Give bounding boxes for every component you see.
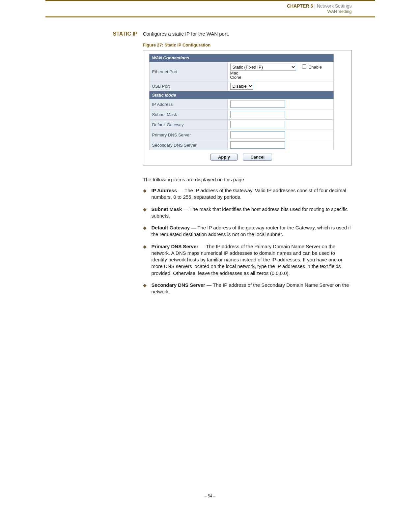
- row-label-dns2: Secondary DNS Server: [149, 140, 227, 150]
- secondary-dns-input[interactable]: [230, 141, 285, 149]
- row-label-gateway: Default Gateway: [149, 120, 227, 130]
- chapter-label: CHAPTER 6: [287, 3, 313, 9]
- panel-section-static: Static Mode: [149, 91, 333, 99]
- items-list: IP Address — The IP address of the Gatew…: [143, 187, 352, 300]
- section-heading-static-ip: STATIC IP: [45, 31, 138, 37]
- item-primary-dns: Primary DNS Server — The IP address of t…: [143, 243, 352, 282]
- default-gateway-input[interactable]: [230, 121, 285, 128]
- page-header: CHAPTER 6 | Network Settings WAN Setting: [45, 0, 375, 18]
- row-label-mask: Subnet Mask: [149, 109, 227, 120]
- primary-dns-input[interactable]: [230, 131, 285, 138]
- figure-caption: Figure 27: Static IP Configuration: [143, 43, 352, 47]
- enable-mac-clone-checkbox[interactable]: [302, 64, 306, 69]
- panel-section-wan: WAN Connections: [149, 54, 333, 62]
- page-number: – 54 –: [45, 494, 375, 498]
- row-label-dns1: Primary DNS Server: [149, 130, 227, 140]
- ip-address-input[interactable]: [230, 101, 285, 108]
- items-intro: The following items are displayed on thi…: [143, 177, 352, 182]
- row-value-ethernet: Static (Fixed IP) Enable Mac Clone: [227, 62, 333, 81]
- section-lead: Configures a static IP for the WAN port.: [143, 31, 352, 37]
- item-subnet-mask: Subnet Mask — The mask that identifies t…: [143, 206, 352, 225]
- row-value-usb: Disable: [227, 81, 333, 91]
- item-secondary-dns: Secondary DNS Server — The IP address of…: [143, 282, 352, 301]
- usb-mode-select[interactable]: Disable: [230, 83, 253, 90]
- apply-button[interactable]: Apply: [210, 154, 238, 161]
- row-label-ip: IP Address: [149, 99, 227, 109]
- item-ip-address: IP Address — The IP address of the Gatew…: [143, 187, 352, 206]
- header-separator: |: [314, 3, 316, 9]
- config-panel: WAN Connections Ethernet Port Static (Fi…: [149, 54, 334, 150]
- chapter-subtitle: WAN Setting: [45, 9, 352, 15]
- item-default-gateway: Default Gateway — The IP address of the …: [143, 224, 352, 243]
- figure-screenshot: WAN Connections Ethernet Port Static (Fi…: [143, 50, 352, 165]
- enable-mac-clone-word: Clone: [230, 75, 331, 80]
- ethernet-mode-select[interactable]: Static (Fixed IP): [230, 64, 296, 71]
- row-label-ethernet: Ethernet Port: [149, 62, 227, 81]
- cancel-button[interactable]: Cancel: [243, 154, 272, 161]
- chapter-title: Network Settings: [317, 3, 352, 9]
- subnet-mask-input[interactable]: [230, 111, 285, 118]
- row-label-usb: USB Port: [149, 81, 227, 91]
